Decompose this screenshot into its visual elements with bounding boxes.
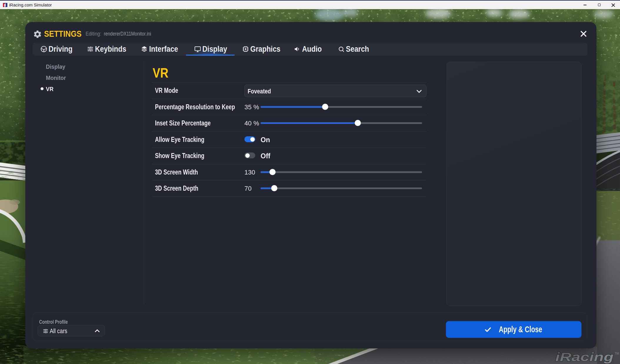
svg-text:iRacing: iRacing bbox=[555, 350, 614, 364]
svg-text:TM: TM bbox=[615, 352, 619, 355]
